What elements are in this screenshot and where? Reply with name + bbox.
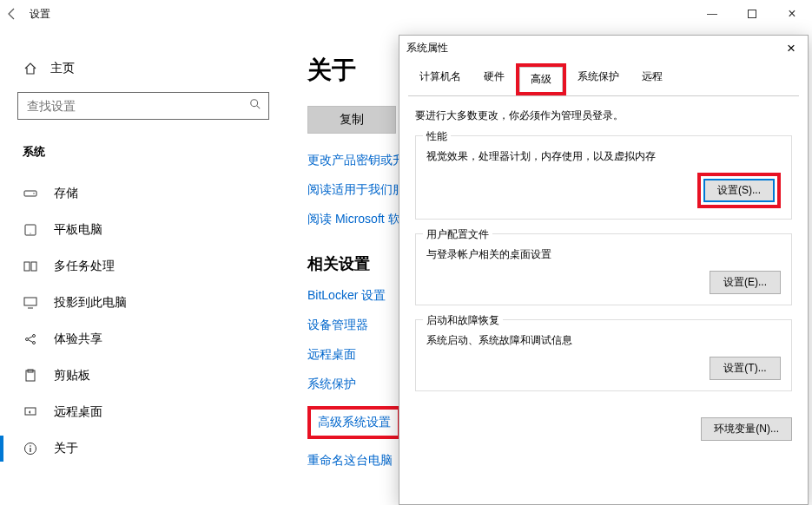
svg-point-6 [30,233,30,233]
dialog-tabs: 计算机名 硬件 高级 系统保护 远程 [408,63,799,96]
sidebar-item-label: 多任务处理 [54,259,115,274]
sidebar-item-multitasking[interactable]: 多任务处理 [17,248,269,285]
performance-desc: 视觉效果，处理器计划，内存使用，以及虚拟内存 [426,148,781,164]
minimize-button[interactable]: — [692,0,732,28]
highlight-advanced-settings: 高级系统设置 [307,406,401,439]
svg-rect-3 [24,191,36,196]
svg-point-11 [33,335,36,338]
category-header: 系统 [23,144,269,160]
info-icon [23,441,38,456]
svg-line-2 [257,106,261,109]
home-icon [23,61,38,76]
remote-icon [23,404,38,420]
system-properties-dialog: 系统属性 × 计算机名 硬件 高级 系统保护 远程 要进行大多数更改，你必须作为… [399,35,809,505]
performance-settings-button[interactable]: 设置(S)... [703,179,775,202]
maximize-button[interactable] [732,0,772,28]
sidebar-item-projecting[interactable]: 投影到此电脑 [17,285,269,321]
project-icon [23,295,38,311]
storage-icon [23,186,38,201]
user-profiles-group: 用户配置文件 与登录帐户相关的桌面设置 设置(E)... [415,233,792,305]
svg-line-13 [28,337,32,339]
window-controls: — × [692,0,812,28]
sidebar-item-storage[interactable]: 存储 [17,175,269,212]
dialog-titlebar: 系统属性 × [399,36,808,60]
performance-group: 性能 视觉效果，处理器计划，内存使用，以及虚拟内存 设置(S)... [415,135,792,220]
home-label: 主页 [50,61,75,76]
admin-note: 要进行大多数更改，你必须作为管理员登录。 [415,108,792,123]
sidebar-item-label: 平板电脑 [54,222,102,238]
startup-recovery-settings-button[interactable]: 设置(T)... [710,357,781,380]
search-icon [249,98,261,114]
highlight-perf-settings: 设置(S)... [697,173,781,208]
user-profiles-desc: 与登录帐户相关的桌面设置 [426,246,781,262]
svg-point-12 [33,342,36,344]
svg-rect-8 [31,262,36,271]
link-advanced-system-settings[interactable]: 高级系统设置 [318,415,391,430]
multitask-icon [23,259,38,274]
back-button[interactable] [0,0,24,28]
close-button[interactable]: × [772,0,812,28]
tab-advanced[interactable]: 高级 [519,67,563,92]
user-profiles-title: 用户配置文件 [423,227,492,242]
svg-rect-9 [24,298,36,305]
sidebar-item-about[interactable]: 关于 [17,430,269,467]
startup-recovery-group: 启动和故障恢复 系统启动、系统故障和调试信息 设置(T)... [415,319,792,391]
sidebar-item-label: 远程桌面 [54,404,102,420]
search-box[interactable] [17,92,269,120]
startup-recovery-desc: 系统启动、系统故障和调试信息 [426,332,781,348]
dialog-title: 系统属性 [406,41,448,56]
sidebar-item-tablet[interactable]: 平板电脑 [17,212,269,248]
dialog-close-button[interactable]: × [782,39,801,57]
sidebar-item-remote[interactable]: 远程桌面 [17,394,269,430]
sidebar-item-label: 剪贴板 [54,368,90,384]
clipboard-icon [23,368,38,384]
startup-recovery-title: 启动和故障恢复 [423,313,503,328]
sidebar: 主页 系统 存储 平板电脑 多任务处理 [0,28,287,505]
tab-system-protection[interactable]: 系统保护 [566,64,630,96]
svg-point-19 [30,445,31,447]
sidebar-item-label: 存储 [54,186,78,201]
tab-hardware[interactable]: 硬件 [472,64,516,96]
dialog-body: 要进行大多数更改，你必须作为管理员登录。 性能 视觉效果，处理器计划，内存使用，… [399,96,808,417]
svg-point-1 [251,100,258,107]
sidebar-item-clipboard[interactable]: 剪贴板 [17,357,269,394]
user-profiles-settings-button[interactable]: 设置(E)... [710,271,781,294]
titlebar: 设置 — × [0,0,812,28]
window-title: 设置 [24,7,50,22]
home-link[interactable]: 主页 [23,61,269,76]
sidebar-item-shared[interactable]: 体验共享 [17,321,269,357]
share-icon [23,331,38,347]
svg-point-4 [33,193,34,193]
search-input[interactable] [25,98,249,114]
environment-variables-button[interactable]: 环境变量(N)... [701,417,792,441]
sidebar-item-label: 投影到此电脑 [54,295,127,311]
svg-point-10 [26,338,29,341]
tab-remote[interactable]: 远程 [630,64,674,96]
sidebar-item-label: 体验共享 [54,331,102,347]
svg-rect-0 [749,10,756,18]
performance-title: 性能 [423,129,451,144]
highlight-advanced-tab: 高级 [516,63,566,95]
svg-rect-7 [24,262,30,271]
tablet-icon [23,222,38,238]
svg-line-14 [28,340,32,343]
tab-computer-name[interactable]: 计算机名 [408,64,472,96]
sidebar-item-label: 关于 [54,441,78,456]
copy-button[interactable]: 复制 [307,106,396,134]
